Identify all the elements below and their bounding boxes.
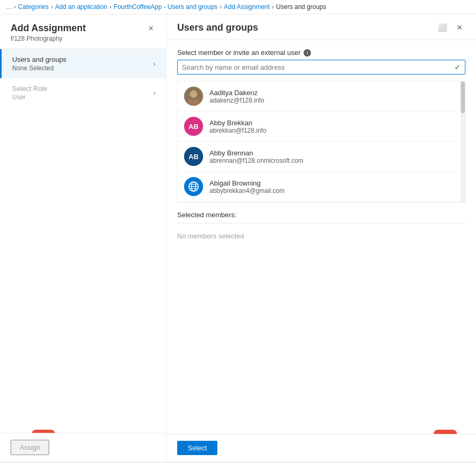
user-list: Aaditya Dakenz adakenz@f128.info AB Abby…	[177, 81, 465, 202]
user-name-1: Abby Brekkan	[209, 119, 459, 127]
avatar-1: AB	[184, 117, 203, 136]
user-info-3: Abigail Browning abbybrekkan4@gmail.com	[209, 179, 459, 195]
no-members-text: No members selected	[177, 228, 465, 244]
breadcrumb-dots[interactable]: ...	[6, 3, 12, 11]
nav-users-groups-chevron: ›	[153, 60, 155, 68]
left-panel-header: Add Assignment f/128 Photography ×	[0, 14, 166, 49]
right-panel-close-button[interactable]: ✕	[454, 22, 465, 33]
nav-item-select-role[interactable]: Select Role User ›	[0, 78, 166, 107]
user-info-2: Abby Brennan abrennan@f128.onmicrosoft.c…	[209, 149, 459, 164]
scrollbar-thumb[interactable]	[461, 81, 465, 113]
user-item-0[interactable]: Aaditya Dakenz adakenz@f128.info	[178, 81, 465, 112]
selected-members-label: Selected members:	[177, 211, 465, 219]
breadcrumb-add-application[interactable]: Add an application	[55, 3, 107, 11]
select-button[interactable]: Select	[177, 441, 217, 455]
breadcrumb-current: Users and groups	[276, 3, 326, 11]
user-item-1[interactable]: AB Abby Brekkan abrekkan@f128.info	[178, 112, 465, 142]
svg-point-0	[190, 90, 197, 98]
left-panel-close-button[interactable]: ×	[147, 23, 155, 34]
avatar-0	[184, 87, 203, 106]
search-label: Select member or invite an external user…	[177, 49, 465, 57]
nav-users-groups-value: None Selected	[12, 64, 67, 72]
avatar-partial	[184, 202, 203, 202]
maximize-button[interactable]: ⬜	[435, 22, 450, 33]
user-email-2: abrennan@f128.onmicrosoft.com	[209, 157, 459, 164]
user-name-3: Abigail Browning	[209, 179, 459, 187]
user-name-0: Aaditya Dakenz	[209, 89, 459, 97]
breadcrumb-sep-1: ›	[51, 3, 53, 11]
breadcrumb-sep-2: ›	[109, 3, 112, 11]
nav-select-role-value: User	[12, 94, 47, 101]
right-panel-footer: Select	[167, 434, 476, 461]
right-panel: Users and groups ⬜ ✕ Select member or in…	[167, 14, 476, 461]
user-item-2[interactable]: AB Abby Brennan abrennan@f128.onmicrosof…	[178, 142, 465, 172]
right-header-icons: ⬜ ✕	[435, 22, 465, 33]
right-panel-header: Users and groups ⬜ ✕	[167, 14, 476, 40]
left-panel-footer: Assign	[0, 433, 166, 461]
nav-item-users-groups[interactable]: Users and groups None Selected ›	[0, 49, 166, 78]
users-groups-title: Users and groups	[177, 22, 258, 33]
breadcrumb-app-users[interactable]: FourthCoffeeApp - Users and groups	[114, 3, 218, 11]
user-email-3: abbybrekkan4@gmail.com	[209, 187, 459, 195]
nav-select-role-label: Select Role	[12, 85, 47, 92]
breadcrumb-sep-4: ›	[272, 3, 274, 11]
user-info-1: Abby Brekkan abrekkan@f128.info	[209, 119, 459, 134]
nav-select-role-chevron: ›	[153, 89, 155, 97]
user-info-0: Aaditya Dakenz adakenz@f128.info	[209, 89, 459, 104]
add-assignment-title: Add Assignment	[11, 23, 86, 34]
avatar-2: AB	[184, 147, 203, 166]
search-input[interactable]	[182, 63, 454, 71]
breadcrumb: ... › Categories › Add an application › …	[0, 0, 476, 14]
info-icon[interactable]: i	[304, 49, 311, 57]
left-panel: Add Assignment f/128 Photography × Users…	[0, 14, 167, 461]
breadcrumb-sep-0: ›	[14, 3, 16, 11]
user-item-partial[interactable]	[178, 202, 465, 202]
main-container: Add Assignment f/128 Photography × Users…	[0, 14, 476, 461]
search-box: ✓	[177, 60, 465, 75]
user-email-1: abrekkan@f128.info	[209, 127, 459, 134]
search-check-icon: ✓	[454, 63, 461, 71]
breadcrumb-add-assignment[interactable]: Add Assignment	[224, 3, 270, 11]
selected-members-section: Selected members: No members selected	[177, 211, 465, 244]
breadcrumb-categories[interactable]: Categories	[18, 3, 49, 11]
user-item-3[interactable]: Abigail Browning abbybrekkan4@gmail.com	[178, 172, 465, 202]
svg-point-1	[187, 98, 200, 106]
user-name-2: Abby Brennan	[209, 149, 459, 157]
selected-members-divider	[177, 223, 465, 224]
right-panel-content: Select member or invite an external user…	[167, 40, 476, 461]
assign-button[interactable]: Assign	[11, 440, 49, 455]
user-email-0: adakenz@f128.info	[209, 97, 459, 104]
add-assignment-subtitle: f/128 Photography	[11, 35, 86, 42]
avatar-3	[184, 177, 203, 196]
breadcrumb-sep-3: ›	[219, 3, 222, 11]
nav-users-groups-label: Users and groups	[12, 55, 67, 63]
scrollbar-area[interactable]	[461, 81, 465, 202]
